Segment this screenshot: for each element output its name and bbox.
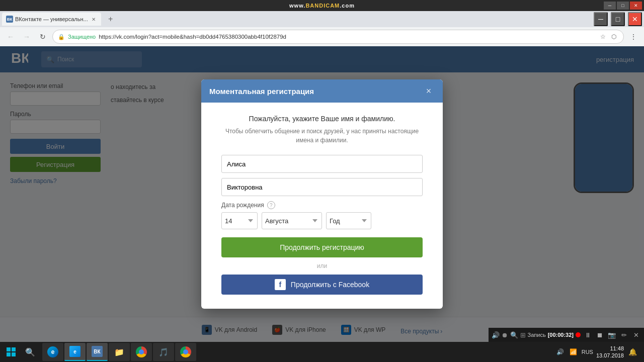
tab-label: ВКонтакте — универсальн...: [15, 16, 88, 22]
modal-desc-text: Чтобы облегчить общение и поиск друзей, …: [221, 127, 423, 145]
taskbar-clock[interactable]: 11:48 13.07.2018: [596, 345, 624, 359]
modal-header: Моментальная регистрация ×: [201, 79, 443, 103]
taskbar-chrome2-button[interactable]: [175, 343, 196, 361]
taskbar-app-button[interactable]: 🎵: [153, 343, 174, 361]
browser-tab-active[interactable]: ВК ВКонтакте — универсальн... ✕: [2, 13, 101, 26]
facebook-btn-label: Продолжить с Facebook: [291, 281, 369, 289]
edge-icon: e: [69, 346, 80, 357]
browser-addressbar: ← → ↻ 🔒 Защищено https://vk.com/login?ac…: [0, 27, 644, 46]
bandicam-text: www.BANDICAM.com: [289, 3, 355, 9]
tray-network-icon[interactable]: 📶: [569, 347, 579, 357]
bookmark-icon[interactable]: ☆: [598, 32, 607, 41]
taskbar-time: 11:48: [596, 345, 624, 352]
tab-close-button[interactable]: ✕: [90, 16, 97, 23]
recording-time: [00:00:32]: [548, 332, 574, 338]
facebook-continue-button[interactable]: f Продолжить с Facebook: [221, 275, 423, 295]
address-bar-icons: ☆ ⬡: [598, 32, 618, 41]
taskbar-apps: e e ВК 📁 🎵: [42, 343, 196, 361]
notification-icon[interactable]: 🔔: [627, 346, 638, 357]
vk-taskbar-icon: ВК: [92, 346, 103, 357]
windows-logo-icon: [6, 346, 17, 357]
svg-rect-5: [12, 352, 16, 356]
vk-page: ВК 🔍 регистрация Телефон или email Парол…: [0, 46, 644, 342]
search-taskbar-button[interactable]: 🔍: [21, 343, 39, 361]
chrome2-icon: [180, 346, 191, 357]
edit-button[interactable]: ✏: [619, 330, 629, 340]
back-button[interactable]: ←: [4, 30, 17, 43]
taskbar-edge-button[interactable]: e: [64, 343, 86, 361]
https-lock-icon: 🔒: [58, 34, 65, 40]
new-tab-button[interactable]: +: [103, 13, 118, 25]
browser-close-button[interactable]: ✕: [628, 12, 642, 26]
taskbar-right: 🔊 📶 RUS 11:48 13.07.2018 🔔: [555, 345, 642, 359]
month-select[interactable]: ЯнваряФевраляМартаАпреля МаяИюняИюляАвгу…: [262, 212, 322, 229]
minimize-button[interactable]: ─: [604, 2, 616, 10]
or-divider: или: [221, 262, 423, 269]
settings-button[interactable]: ⋮: [627, 30, 640, 43]
birthdate-selects: 14 12345 678910 1112131516 1718192021 22…: [221, 212, 423, 229]
facebook-icon: f: [275, 279, 286, 290]
recording-bar: 🔊 ⏺ 🔍 ⊞ Запись [00:00:32] ⏸ ⏹ 📷 ✏ ✕: [489, 328, 644, 342]
birthdate-label: Дата рождения: [221, 202, 264, 209]
pause-button[interactable]: ⏸: [583, 330, 593, 340]
camera-button[interactable]: 📷: [607, 330, 617, 340]
birthdate-label-row: Дата рождения ?: [221, 201, 423, 209]
taskbar-date: 13.07.2018: [596, 352, 624, 359]
url-text: https://vk.com/login?act=mobile&hash=db0…: [99, 34, 595, 40]
bandicam-bar: www.BANDICAM.com ─ □ ✕: [0, 0, 644, 11]
day-select[interactable]: 14 12345 678910 1112131516 1718192021 22…: [221, 212, 258, 229]
speaker-icon: 🔊: [492, 331, 500, 339]
refresh-button[interactable]: ↻: [36, 30, 49, 43]
browser-maximize-button[interactable]: □: [611, 12, 625, 26]
tray-lang[interactable]: RUS: [582, 349, 593, 355]
year-select[interactable]: Год 2018201720001995 199019851980: [326, 212, 371, 229]
svg-rect-3: [12, 347, 16, 351]
browser-titlebar: ВК ВКонтакте — универсальн... ✕ + ─ □ ✕: [0, 11, 644, 27]
modal-title: Моментальная регистрация: [209, 87, 314, 96]
record-icon: ⏺: [502, 331, 508, 339]
close-rec-button[interactable]: ✕: [631, 330, 641, 340]
recording-dot: [576, 332, 581, 337]
chrome1-icon: [136, 346, 147, 357]
browser-chrome: ВК ВКонтакте — универсальн... ✕ + ─ □ ✕ …: [0, 11, 644, 46]
birthdate-section: Дата рождения ? 14 12345 678910 11121315…: [221, 201, 423, 229]
modal-body: Пожалуйста, укажите Ваше имя и фамилию. …: [201, 103, 443, 309]
grid-icon: ⊞: [520, 331, 526, 339]
svg-rect-2: [7, 347, 11, 351]
svg-rect-4: [7, 352, 11, 356]
modal-dialog: Моментальная регистрация × Пожалуйста, у…: [201, 79, 443, 309]
taskbar-ie-button[interactable]: e: [42, 343, 63, 361]
window-controls: ─ □ ✕: [604, 2, 642, 10]
ie-icon: e: [47, 346, 58, 357]
birthdate-help-icon[interactable]: ?: [267, 201, 275, 209]
maximize-button[interactable]: □: [617, 2, 629, 10]
taskbar-explorer-button[interactable]: 📁: [109, 343, 130, 361]
https-label: Защищено: [68, 34, 96, 40]
close-window-button[interactable]: ✕: [630, 2, 642, 10]
taskbar-search-icon: 🔍: [25, 346, 36, 357]
app-icon: 🎵: [158, 346, 169, 357]
forward-button[interactable]: →: [20, 30, 33, 43]
browser-minimize-button[interactable]: ─: [594, 12, 608, 26]
stop-button[interactable]: ⏹: [595, 330, 605, 340]
continue-registration-button[interactable]: Продолжить регистрацию: [221, 237, 423, 257]
tray-speaker-icon[interactable]: 🔊: [555, 347, 566, 357]
first-name-input[interactable]: [221, 155, 423, 173]
explorer-icon: 📁: [114, 346, 125, 357]
tab-favicon: ВК: [6, 16, 13, 23]
start-button[interactable]: [2, 343, 20, 361]
extension-icon[interactable]: ⬡: [609, 32, 618, 41]
address-bar[interactable]: 🔒 Защищено https://vk.com/login?act=mobi…: [52, 30, 624, 44]
search-rec-icon: 🔍: [510, 331, 518, 339]
modal-overlay: Моментальная регистрация × Пожалуйста, у…: [0, 46, 644, 342]
modal-desc-title: Пожалуйста, укажите Ваше имя и фамилию.: [221, 115, 423, 123]
recording-label: Запись: [528, 332, 546, 338]
window-title-icons: ─ □ ✕: [594, 12, 642, 26]
taskbar-chrome1-button[interactable]: [131, 343, 152, 361]
last-name-input[interactable]: [221, 178, 423, 196]
modal-close-button[interactable]: ×: [423, 85, 435, 97]
taskbar-vk-button[interactable]: ВК: [87, 343, 108, 361]
taskbar: 🔍 e e ВК 📁 🎵 🔊 📶 RUS: [0, 342, 644, 362]
